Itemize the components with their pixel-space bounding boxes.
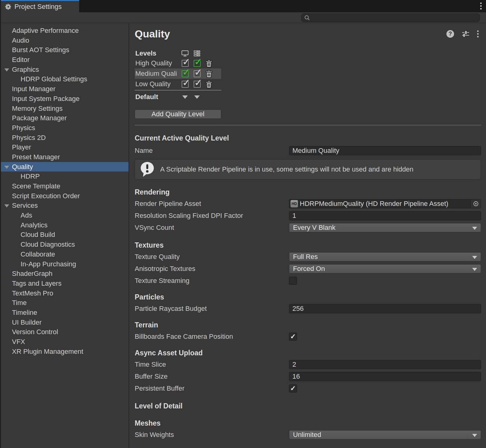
add-quality-level-button[interactable]: Add Quality Level xyxy=(135,110,221,119)
sidebar-item-textmesh-pro[interactable]: TextMesh Pro xyxy=(1,288,129,298)
sidebar-item-label: ShaderGraph xyxy=(12,270,52,277)
expand-triangle-icon[interactable] xyxy=(4,68,9,71)
high-server-checkbox[interactable]: ✓ xyxy=(194,60,201,67)
sidebar-item-cloud-diagnostics[interactable]: Cloud Diagnostics xyxy=(1,240,129,249)
sidebar-item-ads[interactable]: Ads xyxy=(1,210,129,220)
sidebar-item-shadergraph[interactable]: ShaderGraph xyxy=(1,269,129,279)
sidebar-item-label: Time xyxy=(12,299,27,307)
sidebar-item-memory-settings[interactable]: Memory Settings xyxy=(1,104,129,114)
delete-level-trash-icon[interactable] xyxy=(205,80,213,88)
sidebar-list: Adaptive Performance Audio Burst AOT Set… xyxy=(1,26,129,356)
sidebar-item-script-execution-order[interactable]: Script Execution Order xyxy=(1,191,129,201)
quality-name-input[interactable] xyxy=(289,146,481,155)
expand-triangle-icon[interactable] xyxy=(4,166,9,169)
help-icon[interactable]: ? xyxy=(446,30,454,38)
quality-settings-panel: Quality ? Levels xyxy=(129,23,486,448)
sidebar-item-burst-aot-settings[interactable]: Burst AOT Settings xyxy=(1,45,129,55)
sidebar-item-editor[interactable]: Editor xyxy=(1,55,129,65)
low-desktop-checkbox[interactable]: ✓ xyxy=(182,81,189,88)
sidebar-item-label: Package Manager xyxy=(12,114,67,122)
medium-server-checkbox[interactable]: ✓ xyxy=(194,70,201,77)
sidebar-item-services[interactable]: Services xyxy=(1,201,129,210)
search-input[interactable] xyxy=(312,15,477,21)
settings-sidebar: Adaptive Performance Audio Burst AOT Set… xyxy=(1,23,129,448)
vsync-count-dropdown[interactable]: Every V Blank xyxy=(289,223,481,232)
billboards-face-camera-checkbox[interactable]: ✓ xyxy=(289,333,297,341)
sidebar-item-in-app-purchasing[interactable]: In-App Purchasing xyxy=(1,259,129,269)
sidebar-item-xr-plugin-management[interactable]: XR Plugin Management xyxy=(1,347,129,357)
current-active-title: Current Active Quality Level xyxy=(135,133,481,143)
sidebar-item-label: Ads xyxy=(21,211,32,219)
sidebar-item-preset-manager[interactable]: Preset Manager xyxy=(1,152,129,162)
sidebar-item-label: Timeline xyxy=(12,309,37,316)
rendering-title: Rendering xyxy=(135,187,481,197)
sidebar-item-collaborate[interactable]: Collaborate xyxy=(1,249,129,259)
particles-title: Particles xyxy=(135,292,481,302)
sidebar-item-package-manager[interactable]: Package Manager xyxy=(1,113,129,123)
delete-level-trash-icon[interactable] xyxy=(205,59,213,68)
sidebar-item-label: Script Execution Order xyxy=(12,192,80,200)
buffer-size-input[interactable] xyxy=(289,372,481,381)
sidebar-item-label: Editor xyxy=(12,56,29,64)
sidebar-item-label: Burst AOT Settings xyxy=(12,46,69,54)
texture-quality-dropdown[interactable]: Full Res xyxy=(289,252,481,261)
desktop-platform-icon xyxy=(181,49,189,57)
high-desktop-checkbox[interactable]: ✓ xyxy=(182,60,189,67)
skin-weights-dropdown[interactable]: Unlimited xyxy=(289,430,481,439)
page-menu-kebab-icon[interactable] xyxy=(477,30,479,37)
sidebar-item-tags-and-layers[interactable]: Tags and Layers xyxy=(1,279,129,288)
sidebar-item-label: Quality xyxy=(12,163,33,171)
delete-level-trash-icon[interactable] xyxy=(205,70,213,78)
persistent-buffer-checkbox[interactable]: ✓ xyxy=(289,384,297,392)
sidebar-item-graphics[interactable]: Graphics xyxy=(1,65,129,75)
resolution-scaling-input[interactable] xyxy=(289,211,481,220)
time-slice-input[interactable] xyxy=(289,360,481,369)
quality-levels-matrix: Levels High Qua xyxy=(135,49,481,119)
sidebar-item-ui-builder[interactable]: UI Builder xyxy=(1,318,129,327)
tab-project-settings[interactable]: Project Settings xyxy=(1,0,79,12)
render-pipeline-asset-field[interactable]: HD HDRPMediumQuality (HD Render Pipeline… xyxy=(289,199,481,208)
textures-title: Textures xyxy=(135,241,481,250)
texture-streaming-checkbox[interactable] xyxy=(289,277,297,285)
sidebar-item-scene-template[interactable]: Scene Template xyxy=(1,181,129,191)
window-menu-kebab-icon[interactable] xyxy=(480,2,482,10)
sidebar-item-version-control[interactable]: Version Control xyxy=(1,327,129,337)
expand-triangle-icon[interactable] xyxy=(4,204,9,207)
tab-title: Project Settings xyxy=(14,3,62,11)
presets-icon[interactable] xyxy=(461,30,470,37)
anisotropic-textures-dropdown[interactable]: Forced On xyxy=(289,264,481,273)
sidebar-item-label: Collaborate xyxy=(21,250,55,258)
tab-bar: Project Settings xyxy=(1,0,486,12)
sidebar-item-physics-2d[interactable]: Physics 2D xyxy=(1,133,129,143)
sidebar-item-input-manager[interactable]: Input Manager xyxy=(1,84,129,94)
sidebar-item-adaptive-performance[interactable]: Adaptive Performance xyxy=(1,26,129,36)
sidebar-item-physics[interactable]: Physics xyxy=(1,123,129,133)
medium-desktop-checkbox[interactable]: ✓ xyxy=(182,70,189,77)
sidebar-item-vfx[interactable]: VFX xyxy=(1,337,129,347)
sidebar-item-hdrp-global-settings[interactable]: HDRP Global Settings xyxy=(1,74,129,84)
sidebar-item-cloud-build[interactable]: Cloud Build xyxy=(1,230,129,240)
quality-level-row-high[interactable]: High Quality ✓ ✓ xyxy=(135,58,221,68)
hd-asset-badge-icon: HD xyxy=(291,200,298,207)
quality-level-row-medium[interactable]: Medium Quali ✓ ✓ xyxy=(135,68,221,79)
sidebar-item-label: Services xyxy=(12,202,38,209)
sidebar-item-time[interactable]: Time xyxy=(1,298,129,308)
sidebar-item-player[interactable]: Player xyxy=(1,142,129,152)
sidebar-item-hdrp[interactable]: HDRP xyxy=(1,172,129,181)
sidebar-item-analytics[interactable]: Analytics xyxy=(1,220,129,230)
sidebar-item-timeline[interactable]: Timeline xyxy=(1,308,129,318)
sidebar-item-audio[interactable]: Audio xyxy=(1,36,129,45)
sidebar-item-label: Input Manager xyxy=(12,85,56,93)
particle-raycast-budget-input[interactable] xyxy=(289,304,481,313)
sidebar-item-label: UI Builder xyxy=(12,319,42,326)
sidebar-item-quality[interactable]: Quality xyxy=(1,162,129,172)
page-title: Quality xyxy=(135,28,170,40)
object-picker-icon[interactable] xyxy=(470,199,481,208)
default-server-dropdown-icon[interactable] xyxy=(194,95,200,99)
quality-level-row-low[interactable]: Low Quality ✓ ✓ xyxy=(135,79,221,89)
default-desktop-dropdown-icon[interactable] xyxy=(182,95,188,99)
search-box[interactable] xyxy=(301,14,480,22)
sidebar-item-input-system-package[interactable]: Input System Package xyxy=(1,94,129,104)
sidebar-item-label: Input System Package xyxy=(12,95,79,102)
low-server-checkbox[interactable]: ✓ xyxy=(194,81,201,88)
